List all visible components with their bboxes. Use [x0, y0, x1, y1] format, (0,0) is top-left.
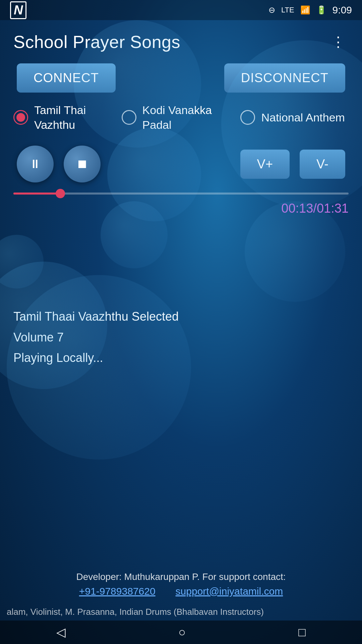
- signal-icon: 📶: [300, 5, 310, 15]
- app-header: School Prayer Songs ⋮: [0, 20, 362, 60]
- song-option-kodi[interactable]: Kodi VanakkaPadal: [122, 103, 241, 132]
- status-area: Tamil Thaai Vaazhthu Selected Volume 7 P…: [0, 219, 362, 378]
- song-option-national[interactable]: National Anthem: [240, 110, 349, 125]
- radio-tamil-fill: [16, 113, 25, 122]
- status-line-1: Tamil Thaai Vaazhthu Selected: [13, 306, 349, 327]
- pause-button[interactable]: ⏸: [17, 146, 54, 182]
- connect-disconnect-row: CONNECT DISCONNECT: [0, 60, 362, 99]
- developer-info: Developer: Muthukaruppan P. For support …: [0, 565, 362, 604]
- home-button[interactable]: ○: [165, 622, 199, 643]
- radio-kodi: [122, 110, 136, 125]
- song-label-tamil: Tamil ThaiVazhthu: [34, 103, 86, 132]
- controls-row: ⏸ ⏹ V+ V-: [0, 139, 362, 189]
- developer-phone[interactable]: +91-9789387620: [79, 586, 156, 597]
- nav-bar: ◁ ○ □: [0, 621, 362, 644]
- developer-links: +91-9789387620 support@iniyatamil.com: [7, 586, 355, 597]
- stop-icon: ⏹: [76, 157, 88, 171]
- developer-text: Developer: Muthukaruppan P. For support …: [7, 572, 355, 582]
- bottom-ticker: alam, Violinist, M. Prasanna, Indian Dru…: [0, 603, 362, 621]
- progress-container[interactable]: [0, 189, 362, 196]
- disconnect-button[interactable]: DISCONNECT: [224, 63, 345, 93]
- progress-fill: [13, 193, 60, 195]
- time-display: 00:13/01:31: [0, 196, 362, 219]
- clock: 9:09: [333, 4, 352, 16]
- pause-icon: ⏸: [29, 157, 41, 171]
- radio-national: [240, 110, 255, 125]
- status-line-3: Playing Locally...: [13, 347, 349, 368]
- back-button[interactable]: ◁: [43, 622, 79, 643]
- song-option-tamil[interactable]: Tamil ThaiVazhthu: [13, 103, 122, 132]
- lte-icon: LTE: [281, 6, 294, 14]
- status-bar: N ⊖ LTE 📶 🔋 9:09: [0, 0, 362, 20]
- recent-apps-button[interactable]: □: [285, 622, 319, 643]
- overflow-menu-button[interactable]: ⋮: [328, 30, 349, 53]
- app-logo: N: [10, 1, 26, 19]
- volume-up-button[interactable]: V+: [240, 150, 290, 179]
- radio-tamil: [13, 110, 28, 125]
- developer-email[interactable]: support@iniyatamil.com: [176, 586, 283, 597]
- songs-row: Tamil ThaiVazhthu Kodi VanakkaPadal Nati…: [0, 99, 362, 139]
- progress-track[interactable]: [13, 193, 349, 195]
- volume-down-button[interactable]: V-: [300, 150, 345, 179]
- minus-icon: ⊖: [268, 5, 275, 15]
- song-label-kodi: Kodi VanakkaPadal: [142, 103, 212, 132]
- status-line-2: Volume 7: [13, 327, 349, 347]
- song-label-national: National Anthem: [261, 110, 345, 125]
- stop-button[interactable]: ⏹: [64, 146, 101, 182]
- page-title: School Prayer Songs: [13, 32, 180, 52]
- connect-button[interactable]: CONNECT: [17, 63, 116, 93]
- battery-icon: 🔋: [316, 5, 326, 15]
